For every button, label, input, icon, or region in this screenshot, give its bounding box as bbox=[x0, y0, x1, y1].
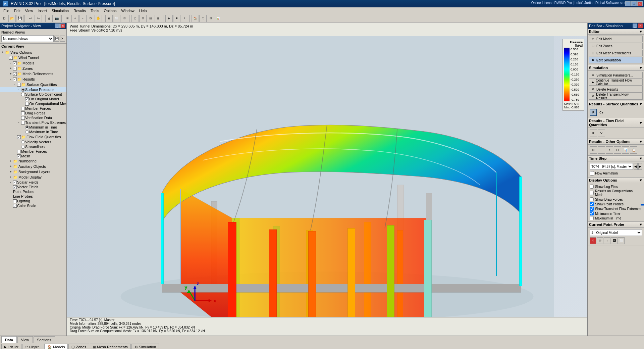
cb-surface-qty[interactable] bbox=[17, 83, 21, 87]
menu-edit[interactable]: Edit bbox=[12, 8, 22, 13]
expand-surface-qty[interactable]: - bbox=[13, 83, 17, 87]
expand-mesh-ref[interactable]: + bbox=[9, 72, 13, 76]
tree-transient-flow[interactable]: - Transient Flow Extremes bbox=[0, 120, 66, 125]
expand-scalar[interactable]: - bbox=[9, 180, 13, 184]
clipper-btn[interactable]: ✂ Clipper bbox=[22, 344, 42, 349]
cb-results[interactable] bbox=[13, 78, 17, 81]
tree-on-original[interactable]: On Original Model bbox=[0, 97, 66, 101]
tb-save[interactable]: 💾 bbox=[16, 15, 23, 22]
tb-redo[interactable]: ↪ bbox=[35, 15, 42, 22]
panel-close[interactable]: ✕ bbox=[60, 23, 65, 28]
delete-results-btn[interactable]: ✕ Delete Results bbox=[589, 86, 643, 93]
tb-open[interactable]: 📂 bbox=[8, 15, 16, 22]
tree-drag-forces[interactable]: Drag Forces bbox=[0, 111, 66, 115]
sim-params-btn[interactable]: ≡ Simulation Parameters... bbox=[589, 72, 643, 79]
cb-vector[interactable] bbox=[13, 185, 17, 189]
simulation-header[interactable]: Simulation ▼ bbox=[588, 65, 644, 71]
menu-simulation[interactable]: Simulation bbox=[50, 8, 71, 13]
probe-delete-btn[interactable]: ✕ bbox=[590, 237, 596, 244]
show-log-files-cb[interactable] bbox=[590, 185, 594, 189]
tb-sim2[interactable]: ⏹ bbox=[173, 15, 180, 22]
other-btn5[interactable]: 📊 bbox=[622, 146, 629, 154]
probe-view-btn[interactable]: 🖼 bbox=[611, 237, 618, 244]
tree-auxiliary[interactable]: + 📁 Auxiliary Objects bbox=[0, 164, 66, 169]
radio-velocity[interactable] bbox=[21, 140, 25, 144]
flow-p-btn[interactable]: P bbox=[590, 130, 597, 137]
footer-tab-models[interactable]: 🏠 Models bbox=[44, 344, 68, 349]
named-views-dropdown[interactable]: No named views bbox=[1, 35, 54, 42]
cb-mesh-ref[interactable] bbox=[13, 72, 17, 76]
menu-results[interactable]: Results bbox=[71, 8, 88, 13]
footer-tab-simulation[interactable]: ⚙ Simulation bbox=[131, 344, 159, 349]
menu-view[interactable]: View bbox=[23, 8, 35, 13]
delete-view-btn[interactable]: ✕ bbox=[60, 36, 65, 42]
tree-wind-tunnel[interactable]: - 📁 Wind Tunnel bbox=[0, 55, 66, 60]
tb-screenshot[interactable]: 📷 bbox=[53, 15, 60, 22]
tree-mesh-refinements[interactable]: + 📁 Mesh Refinements bbox=[0, 71, 66, 77]
tb-undo[interactable]: ↩ bbox=[27, 15, 34, 22]
min-in-time-cb[interactable] bbox=[590, 211, 594, 215]
tree-lighting[interactable]: Lighting bbox=[0, 199, 66, 203]
cb-verification[interactable] bbox=[21, 116, 25, 120]
expand-auxiliary[interactable]: + bbox=[9, 164, 13, 168]
results-flow-header[interactable]: Results - Flow Field Quantities ▼ bbox=[588, 118, 644, 128]
tb-btn5[interactable]: ▣ bbox=[105, 15, 113, 22]
expand-bg-layers[interactable]: + bbox=[9, 170, 13, 174]
probe-target-btn[interactable]: ◎ bbox=[597, 237, 603, 244]
right-panel-minimize[interactable]: _ bbox=[633, 23, 637, 28]
cb-models[interactable] bbox=[13, 61, 17, 65]
tb-mesh-btn[interactable]: ⊞ bbox=[207, 15, 214, 22]
pressure-btn[interactable]: P bbox=[590, 109, 597, 116]
flow-v-btn[interactable]: V bbox=[598, 130, 605, 137]
flow-animation-cb[interactable] bbox=[590, 171, 594, 176]
tree-member-forces1[interactable]: ➡ Member Forces bbox=[0, 106, 66, 111]
results-surface-header[interactable]: Results - Surface Quantities ▼ bbox=[588, 101, 644, 107]
tree-surface-quantities[interactable]: - 📁 Surface Quantities bbox=[0, 82, 66, 87]
tb-view3[interactable]: ▤ bbox=[147, 15, 154, 22]
menu-file[interactable]: File bbox=[1, 8, 11, 13]
tree-verification[interactable]: Verification Data bbox=[0, 115, 66, 120]
prev-time-btn[interactable]: ◀ bbox=[634, 163, 638, 170]
footer-tab-zones[interactable]: ⬡ Zones bbox=[68, 344, 89, 349]
other-btn3[interactable]: ↕ bbox=[606, 146, 613, 154]
probe-dropdown[interactable]: 1 - Original Model bbox=[590, 229, 642, 236]
tree-on-comp-mesh[interactable]: On Computational Mesh bbox=[0, 101, 66, 106]
expand-flow-field[interactable]: - bbox=[13, 135, 17, 139]
radio-surface-pressure[interactable] bbox=[21, 88, 25, 92]
tree-background-layers[interactable]: + 📁 Background Layers bbox=[0, 169, 66, 174]
cb-flow-field[interactable] bbox=[17, 135, 21, 139]
tree-member-forces2[interactable]: Member Forces bbox=[0, 149, 66, 154]
cb-color-scale[interactable] bbox=[13, 204, 17, 208]
tb-zoom-in[interactable]: + bbox=[71, 15, 79, 22]
edit-simulation-btn[interactable]: ⚙ Edit Simulation bbox=[589, 57, 643, 63]
tree-max-time[interactable]: Maximum in Time bbox=[0, 130, 66, 134]
edit-bar-btn[interactable]: ▶ Edit Bar bbox=[1, 344, 21, 349]
tb-zoom-out[interactable]: - bbox=[79, 15, 87, 22]
tb-btn6[interactable]: ⬜ bbox=[113, 15, 120, 22]
tree-results[interactable]: - 📁 Results bbox=[0, 77, 66, 82]
expand-models[interactable]: - bbox=[9, 61, 13, 65]
edit-mesh-btn[interactable]: ⊞ Edit Mesh Refinements bbox=[589, 50, 643, 56]
close-button[interactable]: ✕ bbox=[637, 1, 643, 6]
display-options-header[interactable]: Display Options ▼ bbox=[588, 178, 644, 183]
other-btn6[interactable]: 📋 bbox=[630, 146, 637, 154]
delete-transient-btn[interactable]: ✕ Delete Transient Flow Results... bbox=[589, 93, 643, 100]
cb-zones[interactable] bbox=[13, 67, 17, 70]
panel-minimize[interactable]: _ bbox=[55, 23, 60, 28]
expand-wind-tunnel[interactable]: - bbox=[5, 56, 9, 60]
tb-print[interactable]: 🖨 bbox=[45, 15, 53, 22]
expand-results[interactable]: - bbox=[9, 77, 13, 81]
tree-streamlines[interactable]: Streamlines bbox=[0, 144, 66, 149]
continue-transient-btn[interactable]: ▶ Continue Transient Flow Calculat... bbox=[589, 79, 643, 86]
cb-scalar[interactable] bbox=[13, 181, 17, 184]
tab-data[interactable]: Data bbox=[1, 336, 17, 343]
cb-on-comp-mesh[interactable] bbox=[25, 102, 29, 106]
tb-zoom-all[interactable]: ⊞ bbox=[64, 15, 71, 22]
tb-model[interactable]: 🏠 bbox=[192, 15, 199, 22]
tb-view4[interactable]: ▦ bbox=[155, 15, 162, 22]
tree-color-scale[interactable]: Color Scale bbox=[0, 203, 66, 208]
menu-options[interactable]: Options bbox=[102, 8, 119, 13]
tree-surface-pressure[interactable]: - Surface Pressure bbox=[0, 87, 66, 92]
canvas-area[interactable]: x y z Pressure [kPa] 0.536 0.390 bbox=[67, 36, 587, 317]
tree-model-display[interactable]: + 📁 Model Display bbox=[0, 174, 66, 180]
